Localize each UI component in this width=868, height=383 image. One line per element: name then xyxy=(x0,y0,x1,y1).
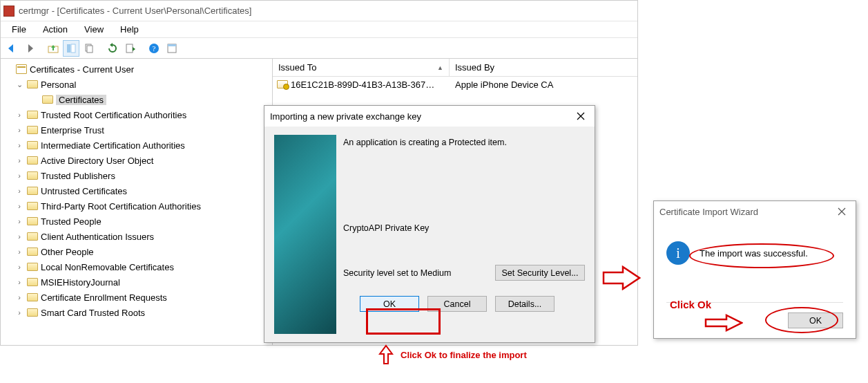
svg-rect-5 xyxy=(126,44,133,53)
chevron-right-icon: › xyxy=(15,247,24,256)
folder-icon xyxy=(27,187,38,195)
tree-node[interactable]: ›Trusted People xyxy=(2,214,271,229)
chevron-right-icon: › xyxy=(15,187,24,195)
details-button[interactable]: Details... xyxy=(495,296,554,312)
wizard-result-dialog: Certificate Import Wizard i The import w… xyxy=(653,200,856,339)
folder-icon xyxy=(27,308,38,317)
up-folder-button[interactable] xyxy=(45,40,61,57)
copy-button[interactable] xyxy=(81,40,97,57)
close-button[interactable] xyxy=(828,201,856,222)
tree-node[interactable]: ›Local NonRemovable Certificates xyxy=(2,259,271,274)
chevron-down-icon: ⌄ xyxy=(15,80,24,89)
show-hide-tree-button[interactable] xyxy=(63,40,79,57)
svg-rect-2 xyxy=(71,44,75,53)
menu-action[interactable]: Action xyxy=(36,23,75,36)
dialog-titlebar: Certificate Import Wizard xyxy=(654,201,856,222)
folder-icon xyxy=(42,95,53,104)
tree-node[interactable]: ›Trusted Root Certification Authorities xyxy=(2,107,271,122)
dialog-message: An application is creating a Protected i… xyxy=(343,138,585,147)
tree-root-node[interactable]: Certificates - Current User xyxy=(2,62,271,77)
column-issued-to[interactable]: Issued To ▲ xyxy=(273,59,450,76)
cancel-button[interactable]: Cancel xyxy=(427,296,487,312)
export-list-button[interactable] xyxy=(122,40,139,57)
folder-icon xyxy=(27,232,38,241)
set-security-level-button[interactable]: Set Security Level... xyxy=(495,265,585,281)
folder-icon xyxy=(27,202,38,210)
svg-rect-9 xyxy=(168,44,176,46)
chevron-right-icon: › xyxy=(15,308,24,317)
svg-rect-4 xyxy=(87,46,93,53)
back-button[interactable] xyxy=(3,40,20,57)
ok-button[interactable]: OK xyxy=(360,296,419,312)
wizard-message: The import was successful. xyxy=(700,248,808,259)
forward-button[interactable] xyxy=(21,40,38,57)
window-titlebar: certmgr - [Certificates - Current User\P… xyxy=(1,1,637,21)
dialog-title: Importing a new private exchange key xyxy=(270,111,567,122)
chevron-right-icon: › xyxy=(15,126,24,134)
tree-node[interactable]: ›Other People xyxy=(2,244,271,259)
window-title: certmgr - [Certificates - Current User\P… xyxy=(19,6,251,16)
chevron-right-icon: › xyxy=(15,263,24,271)
list-header: Issued To ▲ Issued By xyxy=(273,59,637,77)
close-button[interactable] xyxy=(567,106,595,127)
menu-file[interactable]: File xyxy=(5,23,33,36)
folder-icon xyxy=(27,171,38,180)
chevron-right-icon: › xyxy=(15,232,24,241)
menu-view[interactable]: View xyxy=(77,23,110,36)
tree-node[interactable]: ›Untrusted Certificates xyxy=(2,183,271,198)
menu-help[interactable]: Help xyxy=(113,23,146,36)
table-row[interactable]: 16E1C21B-899D-41B3-A13B-367… Apple iPhon… xyxy=(273,77,637,92)
certificate-icon xyxy=(277,80,288,88)
svg-text:?: ? xyxy=(153,44,156,53)
folder-icon xyxy=(27,156,38,165)
annotation-finalize-text: Click Ok to finalize the import xyxy=(401,350,527,360)
import-key-dialog: Importing a new private exchange key An … xyxy=(264,105,595,343)
dialog-graphic xyxy=(274,135,336,334)
folder-icon xyxy=(27,263,38,271)
tree-node[interactable]: ›Intermediate Certification Authorities xyxy=(2,138,271,153)
chevron-right-icon: › xyxy=(15,293,24,301)
properties-button[interactable] xyxy=(164,40,180,57)
tree-pane[interactable]: Certificates - Current User ⌄ Personal C… xyxy=(1,59,273,345)
chevron-right-icon: › xyxy=(15,156,24,165)
chevron-right-icon: › xyxy=(15,217,24,225)
toolbar: ? xyxy=(1,38,637,59)
folder-icon xyxy=(27,278,38,286)
tree-node[interactable]: ›Trusted Publishers xyxy=(2,168,271,183)
ok-button[interactable]: OK xyxy=(788,312,843,328)
chevron-right-icon: › xyxy=(15,141,24,149)
dialog-title: Certificate Import Wizard xyxy=(659,207,828,217)
menubar: File Action View Help xyxy=(1,21,637,38)
security-level-label: Security level set to Medium xyxy=(343,268,495,278)
svg-rect-1 xyxy=(67,44,70,53)
chevron-right-icon: › xyxy=(15,111,24,119)
folder-icon xyxy=(27,80,38,88)
chevron-right-icon: › xyxy=(15,171,24,180)
folder-icon xyxy=(27,247,38,256)
tree-node[interactable]: ›Enterprise Trust xyxy=(2,122,271,138)
dialog-titlebar: Importing a new private exchange key xyxy=(264,106,595,127)
tree-node[interactable]: ›MSIEHistoryJournal xyxy=(2,274,271,290)
tree-node[interactable]: ›Client Authentication Issuers xyxy=(2,229,271,244)
folder-icon xyxy=(27,217,38,225)
key-name-label: CryptoAPI Private Key xyxy=(343,223,585,233)
tree-node-certificates[interactable]: Certificates xyxy=(2,92,271,107)
cell-issued-by: Apple iPhone Device CA xyxy=(455,80,553,90)
column-issued-by[interactable]: Issued By xyxy=(450,62,637,73)
tree-node[interactable]: ›Active Directory User Object xyxy=(2,153,271,168)
folder-icon xyxy=(27,141,38,149)
sort-indicator-icon: ▲ xyxy=(437,64,443,71)
folder-icon xyxy=(27,111,38,119)
tree-node[interactable]: ›Certificate Enrollment Requests xyxy=(2,290,271,305)
tree-node-personal[interactable]: ⌄ Personal xyxy=(2,77,271,92)
refresh-button[interactable] xyxy=(104,40,121,57)
cell-issued-to: 16E1C21B-899D-41B3-A13B-367… xyxy=(291,80,434,90)
folder-icon xyxy=(27,293,38,301)
help-button[interactable]: ? xyxy=(146,40,162,57)
tree-node[interactable]: ›Third-Party Root Certification Authorit… xyxy=(2,198,271,214)
info-icon: i xyxy=(666,241,690,265)
chevron-right-icon: › xyxy=(15,202,24,210)
annotation-arrow-up-icon xyxy=(378,344,394,367)
tree-node[interactable]: ›Smart Card Trusted Roots xyxy=(2,305,271,320)
folder-icon xyxy=(27,126,38,134)
